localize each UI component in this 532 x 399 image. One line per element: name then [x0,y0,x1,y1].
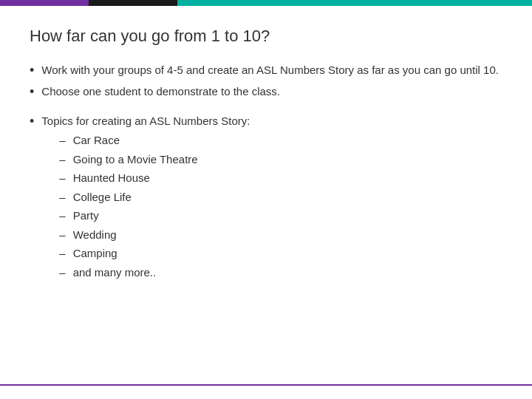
page-title: How far can you go from 1 to 10? [30,27,502,46]
list-item: –and many more.. [59,265,250,282]
instruction-text-2: Choose one student to demonstrate to the… [41,83,280,100]
list-item: –Camping [59,245,250,262]
main-content: How far can you go from 1 to 10? • Work … [0,6,532,310]
black-bar [89,0,177,6]
dash-icon: – [59,189,65,206]
topics-intro-text: Topics for creating an ASL Numbers Story… [41,113,250,284]
list-item: –Going to a Movie Theatre [59,151,250,168]
list-item: –Haunted House [59,170,250,187]
dash-icon: – [59,170,65,187]
instruction-text-1: Work with your groups of 4-5 and create … [41,62,499,79]
bottom-line [0,384,532,386]
list-item: • Choose one student to demonstrate to t… [30,83,502,100]
bullet-icon: • [30,62,34,79]
list-item: –College Life [59,189,250,206]
list-item: –Wedding [59,227,250,244]
list-item: –Party [59,208,250,225]
bullet-icon: • [30,83,34,100]
top-bar [0,0,532,6]
purple-bar [0,0,89,6]
topics-list: –Car Race –Going to a Movie Theatre –Hau… [59,132,250,281]
teal-bar [177,0,532,6]
instruction-list: • Work with your groups of 4-5 and creat… [30,62,502,101]
list-item: –Car Race [59,132,250,149]
list-item: • Topics for creating an ASL Numbers Sto… [30,113,502,284]
list-item: • Work with your groups of 4-5 and creat… [30,62,502,79]
dash-icon: – [59,227,65,244]
topics-section: • Topics for creating an ASL Numbers Sto… [30,113,502,284]
dash-icon: – [59,265,65,282]
bullet-icon: • [30,113,34,130]
dash-icon: – [59,132,65,149]
dash-icon: – [59,245,65,262]
dash-icon: – [59,151,65,168]
dash-icon: – [59,208,65,225]
